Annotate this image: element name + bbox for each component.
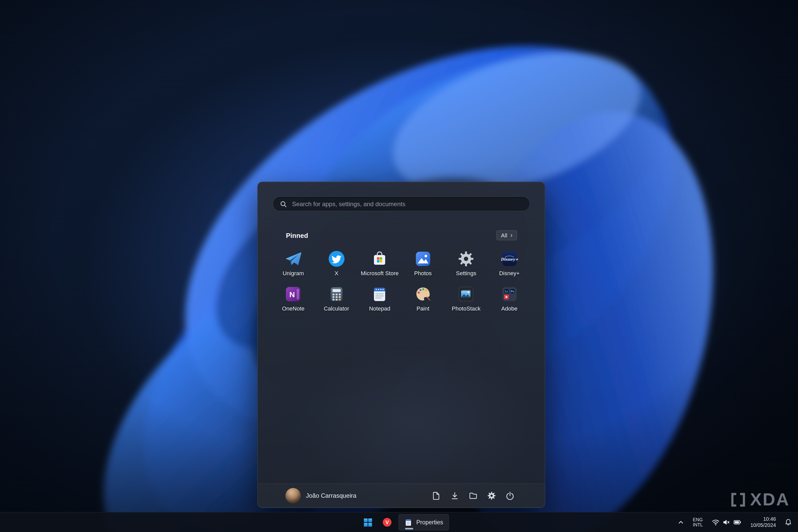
show-hidden-icons-button[interactable] xyxy=(675,517,687,528)
all-apps-label: All xyxy=(501,232,507,239)
app-label: OneNote xyxy=(282,305,304,311)
gear-icon xyxy=(458,250,475,268)
app-calculator[interactable]: Calculator xyxy=(315,282,358,314)
folder-icon xyxy=(469,491,478,500)
pinned-section-title: Pinned xyxy=(286,231,308,239)
app-photos[interactable]: Photos xyxy=(401,247,444,279)
battery-icon xyxy=(733,518,742,526)
app-photostack[interactable]: PhotoStack xyxy=(444,282,488,314)
desktop: Pinned All › Unigram xyxy=(0,0,798,532)
svg-text:Ps: Ps xyxy=(511,290,514,293)
chevron-up-icon xyxy=(678,519,685,526)
power-icon xyxy=(506,491,515,500)
app-settings[interactable]: Settings xyxy=(444,247,488,279)
vivaldi-browser-button[interactable]: V xyxy=(379,515,395,530)
chevron-right-icon: › xyxy=(510,233,513,238)
app-x[interactable]: X xyxy=(315,247,358,279)
settings-shortcut-button[interactable] xyxy=(484,489,499,503)
xda-logo-icon xyxy=(730,492,746,507)
xda-watermark: XDA xyxy=(730,490,790,510)
app-paint[interactable]: Paint xyxy=(401,282,444,314)
gear-icon xyxy=(487,491,496,500)
photos-landscape-icon xyxy=(414,250,432,268)
windows-logo-icon xyxy=(363,518,372,527)
avatar xyxy=(285,488,301,504)
properties-window-icon xyxy=(405,518,412,526)
app-label: Adobe xyxy=(501,305,518,311)
search-input[interactable] xyxy=(291,200,523,208)
svg-text:Lr: Lr xyxy=(505,290,508,293)
download-icon xyxy=(450,491,459,500)
window-title-label: Properties xyxy=(416,519,443,525)
app-microsoft-store[interactable]: Microsoft Store xyxy=(358,247,401,279)
app-notepad[interactable]: Notepad xyxy=(358,282,401,314)
app-label: PhotoStack xyxy=(452,305,480,311)
app-disney-plus[interactable]: Disney+ Disney+ xyxy=(488,247,531,279)
xda-watermark-text: XDA xyxy=(750,490,790,510)
svg-text:N: N xyxy=(289,290,295,299)
notification-bell-icon xyxy=(784,518,792,526)
app-label: Photos xyxy=(414,270,432,276)
paint-palette-icon xyxy=(414,285,432,303)
documents-shortcut-button[interactable] xyxy=(429,489,443,503)
svg-text:V: V xyxy=(385,519,389,525)
twitter-bird-icon xyxy=(328,250,345,268)
unigram-paper-plane-icon xyxy=(285,250,302,268)
power-button[interactable] xyxy=(503,489,517,503)
microsoft-store-bag-icon xyxy=(371,250,388,268)
app-label: Paint xyxy=(416,305,429,311)
pinned-apps-grid: Unigram X xyxy=(272,247,531,314)
notepad-icon xyxy=(371,285,388,303)
start-button[interactable] xyxy=(360,515,376,530)
app-label: Calculator xyxy=(324,305,349,311)
date-label: 10/05/2024 xyxy=(750,522,776,528)
app-label: X xyxy=(335,270,338,276)
language-switcher[interactable]: ENG INTL xyxy=(689,516,706,529)
notification-center-button[interactable] xyxy=(782,516,795,528)
svg-text:Disney+: Disney+ xyxy=(501,257,518,262)
language-code: ENG xyxy=(693,517,703,522)
app-unigram[interactable]: Unigram xyxy=(272,247,315,279)
disney-plus-logo-icon: Disney+ xyxy=(501,250,518,268)
calculator-icon xyxy=(328,285,345,303)
downloads-shortcut-button[interactable] xyxy=(448,489,462,503)
time-label: 10:46 xyxy=(763,516,776,522)
file-explorer-shortcut-button[interactable] xyxy=(466,489,480,503)
vivaldi-icon: V xyxy=(383,518,392,527)
document-icon xyxy=(432,491,441,500)
adobe-group-icon: Lr Ps xyxy=(501,285,518,303)
user-name: João Carrasqueira xyxy=(306,492,356,499)
clock[interactable]: 10:46 10/05/2024 xyxy=(747,515,780,529)
taskbar: V Properties ENG xyxy=(0,512,798,532)
start-menu: Pinned All › Unigram xyxy=(257,182,545,508)
app-adobe-group[interactable]: Lr Ps Adobe xyxy=(488,282,531,314)
app-label: Settings xyxy=(456,270,476,276)
search-box[interactable] xyxy=(273,196,530,211)
app-label: Unigram xyxy=(283,270,304,276)
wifi-icon xyxy=(711,518,720,526)
app-label: Disney+ xyxy=(499,270,519,276)
start-menu-footer: João Carrasqueira xyxy=(258,483,545,508)
app-onenote[interactable]: N OneNote xyxy=(272,282,315,314)
language-region: INTL xyxy=(693,522,703,527)
quick-settings-button[interactable] xyxy=(708,516,745,528)
volume-muted-icon xyxy=(722,518,730,526)
user-profile-button[interactable]: João Carrasqueira xyxy=(282,486,359,506)
app-label: Notepad xyxy=(369,305,390,311)
search-icon xyxy=(280,200,287,207)
app-label: Microsoft Store xyxy=(361,270,399,276)
photo-stack-icon xyxy=(458,285,475,303)
onenote-n-icon: N xyxy=(285,285,302,303)
all-apps-button[interactable]: All › xyxy=(496,230,517,241)
properties-window-button[interactable]: Properties xyxy=(398,514,450,530)
